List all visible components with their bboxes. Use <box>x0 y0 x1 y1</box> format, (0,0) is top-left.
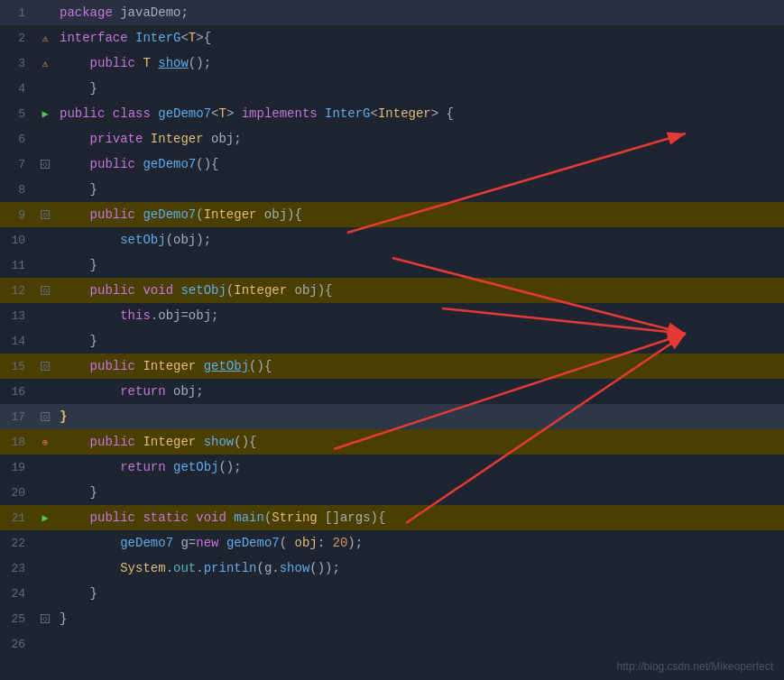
code-line: 1 package javaDemo; <box>0 0 784 25</box>
fold-icon[interactable]: ◇ <box>41 412 50 421</box>
line-number: 24 <box>0 587 34 601</box>
line-number: 7 <box>0 158 34 171</box>
line-number: 2 <box>0 32 34 45</box>
line-number: 18 <box>0 436 34 449</box>
code-line: 2 ⚠ interface InterG<T>{ <box>0 25 784 51</box>
fold-icon[interactable]: ◇ <box>41 614 50 623</box>
code-line: 15 ◇ public Integer getObj(){ <box>0 354 784 379</box>
gutter-warn: ⚠ <box>34 58 56 69</box>
line-number: 13 <box>0 309 34 323</box>
gutter-run[interactable]: ▶ <box>34 511 56 525</box>
line-number: 5 <box>0 107 34 121</box>
code-content: public geDemo7(){ <box>56 157 784 171</box>
code-content: public static void main(String []args){ <box>56 510 784 525</box>
warning-icon: ⚠ <box>42 32 49 44</box>
code-line: 4 } <box>0 76 784 101</box>
run-icon[interactable]: ▶ <box>42 107 48 121</box>
code-line: 20 } <box>0 480 784 505</box>
watermark: http://blog.csdn.net/Mikeoperfect <box>617 660 773 673</box>
code-line: 24 } <box>0 581 784 606</box>
line-number: 25 <box>0 612 34 626</box>
error-icon: ⊕ <box>42 436 49 448</box>
code-content: } <box>56 409 784 424</box>
code-content: return getObj(); <box>56 460 784 474</box>
line-number: 8 <box>0 183 34 197</box>
gutter-fold[interactable]: ◇ <box>34 362 56 371</box>
code-line: 26 <box>0 631 784 657</box>
line-number: 4 <box>0 82 34 96</box>
line-number: 6 <box>0 133 34 146</box>
line-number: 10 <box>0 234 34 247</box>
line-number: 9 <box>0 208 34 222</box>
line-number: 11 <box>0 259 34 272</box>
code-content: } <box>56 81 784 96</box>
gutter-fold[interactable]: ◇ <box>34 412 56 421</box>
warning-icon: ⚠ <box>42 58 49 69</box>
gutter-fold[interactable]: ◇ <box>34 160 56 169</box>
line-number: 17 <box>0 410 34 424</box>
code-content: } <box>56 334 784 348</box>
code-content: } <box>56 611 784 626</box>
code-content: private Integer obj; <box>56 132 784 146</box>
line-number: 3 <box>0 57 34 70</box>
code-line: 12 ◇ public void setObj(Integer obj){ <box>0 278 784 303</box>
code-content: interface InterG<T>{ <box>56 31 784 45</box>
gutter-warn: ⚠ <box>34 32 56 44</box>
code-line: 8 } <box>0 177 784 202</box>
line-number: 12 <box>0 284 34 298</box>
line-number: 20 <box>0 486 34 500</box>
code-content: public geDemo7(Integer obj){ <box>56 207 784 222</box>
line-number: 26 <box>0 638 34 651</box>
code-line: 18 ⊕ public Integer show(){ <box>0 429 784 455</box>
code-content: public void setObj(Integer obj){ <box>56 283 784 298</box>
code-content: System.out.println(g.show()); <box>56 561 784 575</box>
gutter-fold[interactable]: ◇ <box>34 614 56 623</box>
gutter-fold[interactable]: ◇ <box>34 286 56 295</box>
code-line: 21 ▶ public static void main(String []ar… <box>0 505 784 530</box>
gutter-fold[interactable]: ◇ <box>34 210 56 219</box>
code-content: public class geDemo7<T> implements Inter… <box>56 106 784 121</box>
fold-icon[interactable]: ◇ <box>41 362 50 371</box>
line-number: 15 <box>0 360 34 373</box>
line-number: 19 <box>0 461 34 474</box>
line-number: 21 <box>0 511 34 525</box>
line-number: 16 <box>0 385 34 399</box>
code-line: 25 ◇ } <box>0 606 784 631</box>
code-editor: 1 package javaDemo; 2 ⚠ interface InterG… <box>0 0 784 680</box>
line-number: 22 <box>0 537 34 550</box>
code-content: package javaDemo; <box>56 5 784 20</box>
code-content: return obj; <box>56 384 784 399</box>
code-content: this.obj=obj; <box>56 308 784 323</box>
code-content: } <box>56 182 784 197</box>
code-line: 17 ◇ } <box>0 404 784 429</box>
line-number: 23 <box>0 562 34 575</box>
code-content: public T show(); <box>56 56 784 70</box>
code-content: public Integer getObj(){ <box>56 359 784 373</box>
line-number: 14 <box>0 335 34 348</box>
fold-icon[interactable]: ◇ <box>41 210 50 219</box>
code-content: } <box>56 586 784 601</box>
code-content: } <box>56 485 784 500</box>
code-line: 5 ▶ public class geDemo7<T> implements I… <box>0 101 784 126</box>
code-line: 22 geDemo7 g=new geDemo7( obj: 20); <box>0 530 784 556</box>
code-line: 14 } <box>0 328 784 354</box>
gutter-error: ⊕ <box>34 436 56 448</box>
code-line: 11 } <box>0 253 784 278</box>
code-line: 10 setObj(obj); <box>0 227 784 253</box>
code-content: public Integer show(){ <box>56 435 784 449</box>
code-line: 23 System.out.println(g.show()); <box>0 556 784 581</box>
code-line: 7 ◇ public geDemo7(){ <box>0 152 784 177</box>
code-content: } <box>56 258 784 272</box>
fold-icon[interactable]: ◇ <box>41 286 50 295</box>
gutter-run[interactable]: ▶ <box>34 107 56 121</box>
code-line: 9 ◇ public geDemo7(Integer obj){ <box>0 202 784 227</box>
code-content: setObj(obj); <box>56 233 784 247</box>
code-content: geDemo7 g=new geDemo7( obj: 20); <box>56 536 784 550</box>
run-icon[interactable]: ▶ <box>42 511 48 525</box>
code-line: 16 return obj; <box>0 379 784 404</box>
code-line: 19 return getObj(); <box>0 455 784 480</box>
fold-icon[interactable]: ◇ <box>41 160 50 169</box>
code-line: 6 private Integer obj; <box>0 126 784 152</box>
code-line: 13 this.obj=obj; <box>0 303 784 328</box>
code-line: 3 ⚠ public T show(); <box>0 51 784 76</box>
